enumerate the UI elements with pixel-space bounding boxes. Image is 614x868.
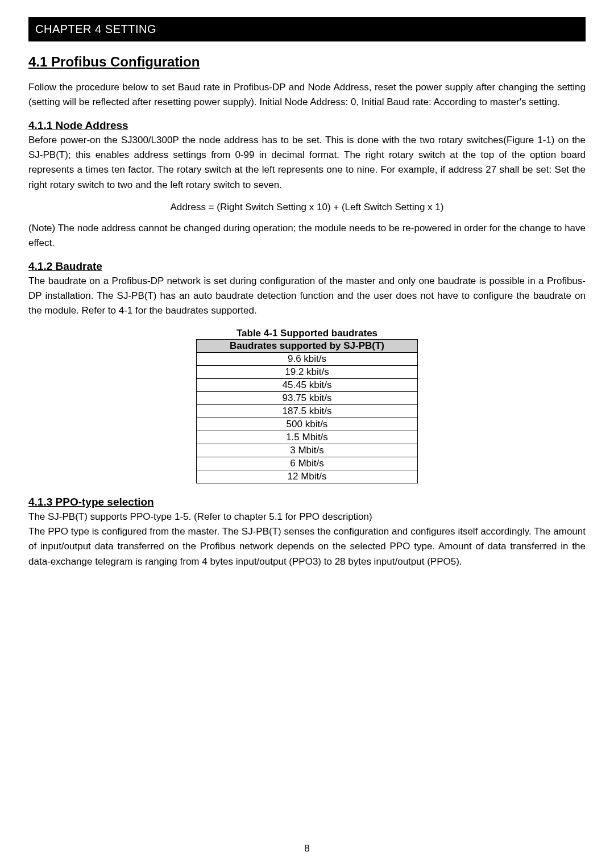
section-4-1-1-note: (Note) The node address cannot be change… bbox=[28, 221, 586, 251]
table-header: Baudrates supported by SJ-PB(T) bbox=[197, 339, 418, 352]
section-4-1-2-para1: The baudrate on a Profibus-DP network is… bbox=[28, 274, 586, 319]
section-4-1-1-heading: 4.1.1 Node Address bbox=[28, 119, 586, 132]
table-row: 45.45 kbit/s bbox=[197, 378, 418, 391]
table-row: 19.2 kbit/s bbox=[197, 365, 418, 378]
table-row: 6 Mbit/s bbox=[197, 457, 418, 470]
table-row: 12 Mbit/s bbox=[197, 470, 418, 483]
baudrates-table: Baudrates supported by SJ-PB(T) 9.6 kbit… bbox=[196, 339, 418, 483]
section-4-1-1-para1: Before power-on the SJ300/L300P the node… bbox=[28, 133, 586, 193]
section-4-1-3-heading: 4.1.3 PPO-type selection bbox=[28, 496, 586, 508]
page-number: 8 bbox=[0, 843, 614, 854]
section-4-1-3-para1: The SJ-PB(T) supports PPO-type 1-5. (Ref… bbox=[28, 510, 586, 524]
table-4-1-caption: Table 4-1 Supported baudrates bbox=[28, 328, 586, 339]
section-4-1-heading: 4.1 Profibus Configuration bbox=[28, 54, 586, 70]
table-row: 500 kbit/s bbox=[197, 418, 418, 431]
section-4-1-intro: Follow the procedure below to set Baud r… bbox=[28, 80, 586, 110]
table-row: 93.75 kbit/s bbox=[197, 391, 418, 404]
table-row: 1.5 Mbit/s bbox=[197, 431, 418, 444]
address-formula: Address = (Right Switch Setting x 10) + … bbox=[28, 202, 586, 213]
section-4-1-3-para2: The PPO type is configured from the mast… bbox=[28, 524, 586, 569]
section-4-1-2-heading: 4.1.2 Baudrate bbox=[28, 260, 586, 273]
table-row: 187.5 kbit/s bbox=[197, 404, 418, 418]
chapter-header-bar: CHAPTER 4 SETTING bbox=[28, 17, 586, 41]
table-row: 3 Mbit/s bbox=[197, 444, 418, 457]
table-row: 9.6 kbit/s bbox=[197, 352, 418, 365]
